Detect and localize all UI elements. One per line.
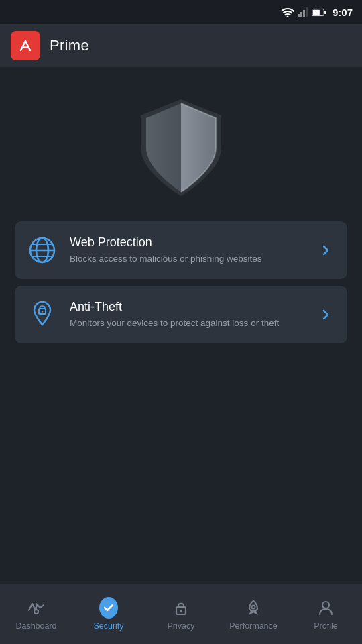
anti-theft-icon <box>27 299 58 330</box>
profile-nav-label: Profile <box>314 621 337 631</box>
profile-nav-icon <box>316 598 335 617</box>
anti-theft-card[interactable]: Anti-Theft Monitors your devices to prot… <box>15 286 347 343</box>
dashboard-nav-label: Dashboard <box>15 621 56 631</box>
nav-performance[interactable]: Performance <box>217 592 290 637</box>
privacy-nav-icon <box>172 598 190 617</box>
svg-point-19 <box>180 610 182 612</box>
svg-rect-1 <box>298 14 300 17</box>
performance-nav-icon <box>244 598 263 617</box>
battery-icon <box>312 8 326 17</box>
svg-point-20 <box>252 605 255 608</box>
nav-privacy[interactable]: Privacy <box>145 592 217 637</box>
cards-container: Web Protection Blocks access to maliciou… <box>0 221 362 343</box>
web-protection-subtitle: Blocks access to malicious or phishing w… <box>70 253 304 266</box>
web-protection-icon <box>27 235 58 266</box>
dashboard-nav-icon <box>27 598 46 617</box>
anti-theft-content: Anti-Theft Monitors your devices to prot… <box>70 300 304 330</box>
web-protection-title: Web Protection <box>70 235 304 250</box>
security-nav-icon <box>99 598 118 617</box>
status-time: 9:07 <box>333 7 353 18</box>
svg-point-8 <box>17 37 34 54</box>
anti-theft-title: Anti-Theft <box>70 300 304 314</box>
bottom-nav: Dashboard Security Privacy <box>0 584 362 644</box>
nav-profile[interactable]: Profile <box>290 592 362 637</box>
status-icons: 9:07 <box>281 7 353 18</box>
app-title: Prime <box>50 37 89 54</box>
svg-rect-7 <box>313 9 320 15</box>
svg-point-15 <box>42 311 43 312</box>
svg-rect-2 <box>300 12 302 17</box>
nav-dashboard[interactable]: Dashboard <box>0 592 72 637</box>
signal-icon <box>298 7 308 17</box>
web-protection-chevron <box>316 241 335 260</box>
shield-area <box>0 67 362 221</box>
wifi-icon <box>281 7 294 17</box>
app-header: Prime <box>0 24 362 67</box>
web-protection-card[interactable]: Web Protection Blocks access to maliciou… <box>15 221 347 279</box>
avast-logo-icon <box>15 36 36 56</box>
privacy-nav-label: Privacy <box>168 621 195 631</box>
web-protection-content: Web Protection Blocks access to maliciou… <box>70 235 304 266</box>
nav-security[interactable]: Security <box>72 592 145 637</box>
svg-rect-6 <box>324 10 326 13</box>
performance-nav-label: Performance <box>229 621 278 631</box>
svg-point-0 <box>286 16 288 17</box>
security-nav-label: Security <box>93 621 123 631</box>
svg-rect-3 <box>303 10 305 17</box>
anti-theft-chevron <box>316 305 335 324</box>
avast-logo <box>11 31 40 60</box>
shield-icon <box>134 94 228 201</box>
anti-theft-subtitle: Monitors your devices to protect against… <box>70 317 304 330</box>
status-bar: 9:07 <box>0 0 362 24</box>
svg-rect-4 <box>306 7 308 17</box>
svg-point-21 <box>322 602 329 608</box>
